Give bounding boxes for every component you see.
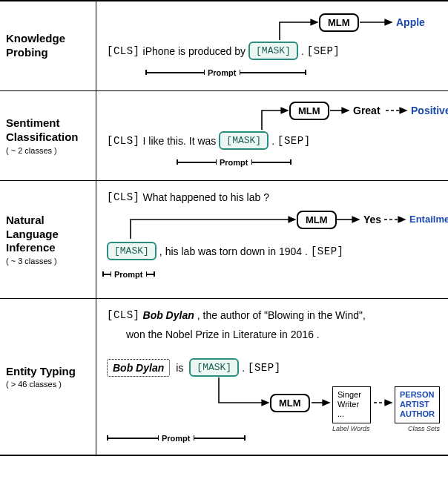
row-knowledge-probing: Knowledge Probing MLM Apple [CLS] iPhone…: [0, 1, 448, 91]
row-label-col: Entity Typing ( > 46 classes ): [0, 299, 96, 455]
mlm-box: MLM: [319, 13, 359, 32]
row-content: [CLS] What happened to his lab ? MLM Yes…: [96, 181, 448, 298]
mask-token: [MASK]: [219, 131, 269, 150]
hypothesis-text: his lab was torn down in 1904 .: [165, 245, 308, 257]
output-prediction: Apple: [396, 16, 425, 28]
class-sets-box: PERSON ARTIST AUTHOR: [395, 386, 440, 423]
prompt-label: Prompt: [220, 158, 248, 167]
row-entity-typing: Entity Typing ( > 46 classes ) [CLS] Bo: [0, 299, 448, 455]
premise-text: What happened to his lab ?: [143, 191, 269, 203]
output-class: Positive: [411, 105, 448, 116]
prompt-bracket: Prompt: [177, 158, 291, 167]
cls-token: [CLS]: [107, 191, 140, 203]
sep-token: [SEP]: [277, 135, 311, 147]
row-title: Natural Language Inference: [6, 214, 90, 255]
row-subtitle: ( ~ 2 classes ): [6, 146, 90, 155]
entity-prompt-box: Bob Dylan: [107, 359, 170, 377]
cls-token: [CLS]: [107, 309, 140, 321]
mask-token: [MASK]: [107, 242, 157, 260]
class-sets-caption: Class Sets: [395, 425, 440, 432]
prompt-label: Prompt: [208, 68, 237, 77]
row-title: Entity Typing: [6, 365, 90, 379]
prompt-bracket: Prompt: [107, 434, 246, 443]
row-content: MLM Apple [CLS] iPhone is produced by [M…: [96, 1, 448, 90]
prompt-diagram-figure: Knowledge Probing MLM Apple [CLS] iPhone…: [0, 0, 448, 456]
row-nli: Natural Language Inference ( ~ 3 classes…: [0, 181, 448, 299]
is-word: is: [176, 362, 183, 374]
row-label-col: Knowledge Probing: [0, 1, 96, 90]
prompt-label: Prompt: [162, 434, 191, 443]
row-label-col: Sentiment Classification ( ~ 2 classes ): [0, 91, 96, 180]
cls-token: [CLS]: [107, 135, 140, 147]
sentence-text: iPhone is produced by: [143, 45, 246, 57]
output-class: Entailment: [409, 214, 448, 225]
mlm-box: MLM: [270, 394, 310, 412]
period: .: [301, 45, 304, 57]
mlm-box: MLM: [289, 102, 329, 120]
label-words-box: Singer Writer ...: [332, 386, 371, 423]
comma: ,: [159, 245, 162, 257]
row-content: MLM Great Positive [CLS] I like this. It…: [96, 91, 448, 180]
row-sentiment: Sentiment Classification ( ~ 2 classes )…: [0, 91, 448, 181]
output-word: Great: [353, 105, 381, 116]
sep-token: [SEP]: [311, 245, 344, 257]
sentence-part1: , the author of "Blowing in the Wind",: [197, 309, 366, 321]
cls-token: [CLS]: [107, 45, 140, 57]
row-label-col: Natural Language Inference ( ~ 3 classes…: [0, 181, 96, 298]
output-word: Yes: [363, 214, 381, 225]
sentence-text: I like this. It was: [143, 135, 217, 147]
row-content: [CLS] Bob Dylan , the author of "Blowing…: [96, 299, 448, 455]
sep-token: [SEP]: [307, 45, 340, 57]
entity-mention: Bob Dylan: [143, 309, 194, 321]
prompt-label: Prompt: [114, 270, 143, 279]
row-subtitle: ( > 46 classes ): [6, 380, 90, 389]
row-title: Sentiment Classification: [6, 116, 90, 145]
label-words-caption: Label Words: [332, 425, 371, 432]
prompt-bracket: Prompt: [145, 68, 306, 77]
row-subtitle: ( ~ 3 classes ): [6, 257, 90, 265]
row-title: Knowledge Probing: [6, 32, 90, 60]
sep-token: [SEP]: [248, 362, 281, 374]
prompt-bracket: Prompt: [102, 270, 155, 279]
sentence-part2: won the Nobel Prize in Literature in 201…: [126, 329, 320, 340]
period: .: [242, 362, 245, 374]
period: .: [271, 135, 274, 147]
mlm-box: MLM: [297, 211, 337, 229]
mask-token: [MASK]: [189, 358, 239, 377]
mask-token: [MASK]: [248, 42, 298, 60]
